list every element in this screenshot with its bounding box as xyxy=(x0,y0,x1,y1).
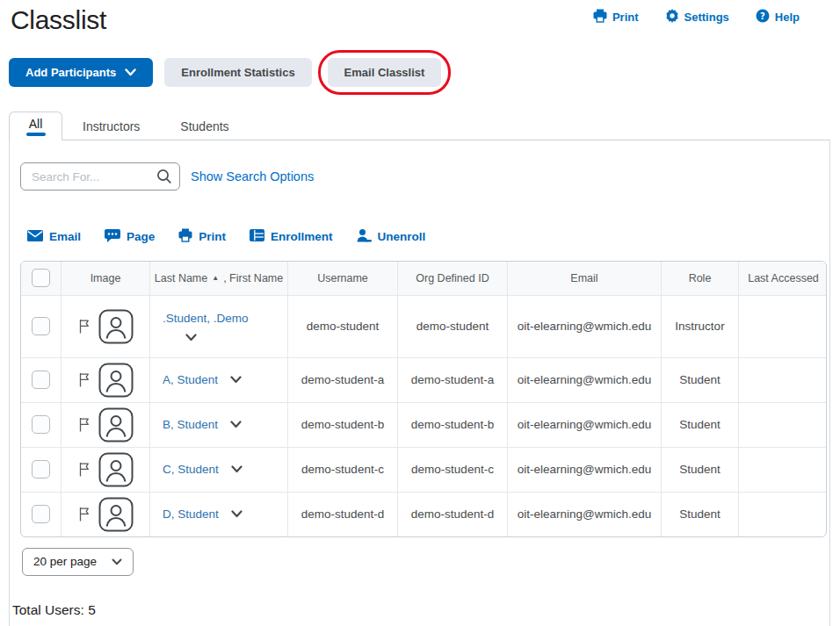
last-accessed-cell xyxy=(738,448,827,492)
email-classlist-button[interactable]: Email Classlist xyxy=(328,58,442,87)
flag-icon[interactable] xyxy=(78,417,91,432)
enrollment-action-label: Enrollment xyxy=(271,231,333,243)
chevron-down-icon xyxy=(112,558,122,565)
classlist-panel: Show Search Options Email Page Print Enr… xyxy=(9,140,830,626)
page-action[interactable]: Page xyxy=(105,229,155,245)
header-email: Email xyxy=(507,262,661,295)
add-participants-button[interactable]: Add Participants xyxy=(9,58,153,87)
select-all-checkbox[interactable] xyxy=(32,269,50,287)
page-action-label: Page xyxy=(127,231,155,243)
header-role: Role xyxy=(661,262,738,295)
avatar-placeholder-icon xyxy=(98,309,134,344)
student-name-link[interactable]: A, Student xyxy=(163,373,218,386)
flag-icon[interactable] xyxy=(78,319,91,334)
last-accessed-cell xyxy=(738,403,827,447)
avatar-placeholder-icon xyxy=(98,497,134,532)
username-cell: demo-student-c xyxy=(287,448,397,492)
gear-icon xyxy=(665,9,679,25)
role-cell: Student xyxy=(661,358,738,402)
add-participants-label: Add Participants xyxy=(25,66,116,79)
header-checkbox-cell xyxy=(21,262,61,295)
table-row: A, Student demo-student-a demo-student-a… xyxy=(21,357,826,402)
row-checkbox[interactable] xyxy=(32,415,50,434)
action-bar: Email Page Print Enrollment Unenroll xyxy=(27,228,829,245)
print-action-label: Print xyxy=(199,231,226,243)
header-org-defined-id: Org Defined ID xyxy=(397,262,507,295)
email-cell: oit-elearning@wmich.edu xyxy=(507,493,661,536)
role-cell: Instructor xyxy=(661,296,738,357)
student-name-link[interactable]: C, Student xyxy=(163,463,219,476)
chevron-down-icon[interactable] xyxy=(230,376,242,384)
settings-label: Settings xyxy=(684,11,729,24)
print-label: Print xyxy=(612,11,639,24)
search-icon[interactable] xyxy=(156,169,172,184)
per-page-select[interactable]: 20 per page xyxy=(22,548,134,576)
avatar-placeholder-icon xyxy=(98,407,134,443)
table-row: C, Student demo-student-c demo-student-c… xyxy=(21,447,826,492)
last-accessed-cell xyxy=(738,296,827,357)
show-search-options-link[interactable]: Show Search Options xyxy=(191,169,314,183)
tab-instructors[interactable]: Instructors xyxy=(62,113,160,140)
flag-icon[interactable] xyxy=(78,372,91,387)
org-id-cell: demo-student-a xyxy=(397,358,507,402)
toolbar: Add Participants Enrollment Statistics E… xyxy=(9,58,840,87)
username-cell: demo-student-a xyxy=(287,358,397,402)
unenroll-action-label: Unenroll xyxy=(378,231,426,243)
last-accessed-cell xyxy=(738,493,827,536)
role-cell: Student xyxy=(661,403,738,447)
student-name-link[interactable]: B, Student xyxy=(163,418,218,431)
table-grid-icon xyxy=(250,229,264,244)
row-checkbox[interactable] xyxy=(32,505,50,523)
student-name-link[interactable]: D, Student xyxy=(163,507,219,521)
help-link[interactable]: ? Help xyxy=(756,9,800,25)
enrollment-statistics-button[interactable]: Enrollment Statistics xyxy=(164,58,311,87)
role-cell: Student xyxy=(661,493,738,536)
header-last-name-label: Last Name xyxy=(155,272,207,284)
chevron-down-icon[interactable] xyxy=(231,465,243,473)
role-cell: Student xyxy=(661,448,738,492)
sort-ascending-icon: ▲ xyxy=(212,274,219,282)
tab-all[interactable]: All xyxy=(9,112,62,140)
email-cell: oit-elearning@wmich.edu xyxy=(507,296,661,357)
header-actions: Print Settings ? Help xyxy=(593,9,800,25)
header-last-accessed: Last Accessed xyxy=(738,262,827,295)
chevron-down-icon[interactable] xyxy=(185,334,197,342)
email-action[interactable]: Email xyxy=(27,230,81,244)
email-cell: oit-elearning@wmich.edu xyxy=(507,448,661,492)
header-username: Username xyxy=(287,262,397,295)
flag-icon[interactable] xyxy=(78,462,91,477)
printer-icon xyxy=(178,228,192,245)
chevron-down-icon[interactable] xyxy=(231,510,243,518)
table-header-row: Image Last Name ▲ , First Name Username … xyxy=(21,262,826,295)
org-id-cell: demo-student-b xyxy=(397,403,507,447)
email-classlist-label: Email Classlist xyxy=(344,66,425,79)
sort-by-name-control[interactable]: Last Name ▲ , First Name xyxy=(155,272,283,284)
svg-text:?: ? xyxy=(760,11,765,21)
email-action-label: Email xyxy=(49,231,81,243)
table-row: D, Student demo-student-d demo-student-d… xyxy=(21,492,826,536)
enrollment-action[interactable]: Enrollment xyxy=(250,229,333,244)
student-name-link[interactable]: .Student, .Demo xyxy=(163,312,249,325)
row-checkbox[interactable] xyxy=(32,317,50,335)
unenroll-action[interactable]: Unenroll xyxy=(357,229,426,245)
classlist-table: Image Last Name ▲ , First Name Username … xyxy=(20,261,827,537)
active-tab-indicator xyxy=(26,133,46,137)
header-first-name-label: , First Name xyxy=(223,272,283,284)
settings-link[interactable]: Settings xyxy=(665,9,729,25)
table-row: .Student, .Demo demo-student demo-studen… xyxy=(21,295,826,357)
print-link[interactable]: Print xyxy=(593,9,639,25)
tab-bar: All Instructors Students xyxy=(9,111,840,140)
org-id-cell: demo-student xyxy=(397,296,507,357)
speech-bubble-icon xyxy=(105,229,120,245)
print-action[interactable]: Print xyxy=(178,228,226,245)
row-checkbox[interactable] xyxy=(32,460,50,478)
chevron-down-icon xyxy=(125,66,136,79)
table-row: B, Student demo-student-b demo-student-b… xyxy=(21,402,826,447)
search-row: Show Search Options xyxy=(10,140,829,191)
enrollment-statistics-label: Enrollment Statistics xyxy=(181,66,294,79)
row-checkbox[interactable] xyxy=(32,371,50,389)
chevron-down-icon[interactable] xyxy=(230,421,242,428)
org-id-cell: demo-student-c xyxy=(397,448,507,492)
flag-icon[interactable] xyxy=(78,507,91,522)
tab-students[interactable]: Students xyxy=(160,113,249,140)
